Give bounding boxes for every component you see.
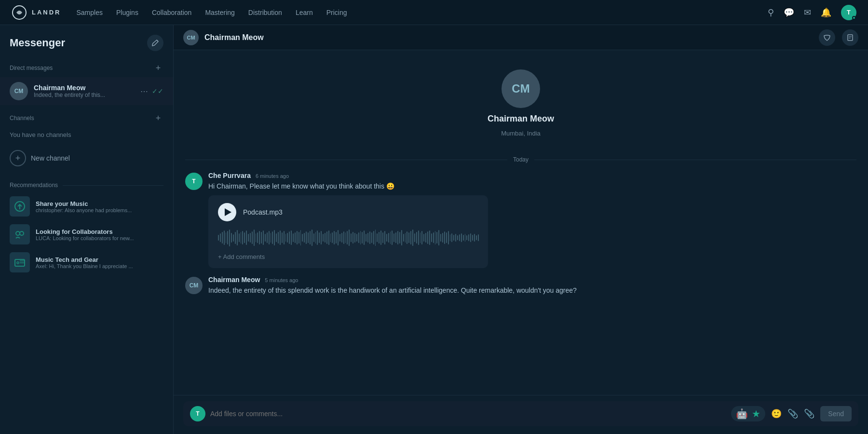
rec-section-header: Recommendations [0, 178, 173, 192]
rec-item-collaborators[interactable]: Looking for Collaborators LUCA: Looking … [0, 220, 173, 248]
rec-preview: christopher: Also anyone had problems... [36, 207, 132, 213]
user-avatar[interactable]: T [841, 5, 856, 20]
dm-label: Direct messages [10, 65, 53, 71]
play-button[interactable] [218, 203, 236, 221]
msg-avatar-che: T [185, 173, 203, 190]
dm-avatar: CM [10, 82, 28, 100]
profile-name: Chairman Meow [488, 114, 554, 124]
new-channel-button[interactable]: + New channel [10, 150, 163, 166]
nav-learn[interactable]: Learn [296, 9, 313, 16]
channels-section: Channels + You have no channels + New ch… [0, 105, 173, 174]
audio-filename: Podcast.mp3 [243, 208, 283, 216]
date-label: Today [513, 156, 529, 163]
nav-plugins[interactable]: Plugins [116, 9, 138, 16]
recommendations-section: Recommendations Share your Music christo… [0, 174, 173, 280]
dm-actions: ⋯ ✓✓ [140, 87, 163, 96]
svg-rect-6 [848, 35, 853, 41]
chat-header: CM Chairman Meow [174, 25, 868, 50]
chat-header-actions [819, 29, 858, 46]
rec-preview: Axel: Hi, Thank you Blaine I appreciate … [36, 263, 133, 269]
rec-thumb-share [10, 196, 30, 217]
msg-author: Che Purrvara [208, 172, 251, 179]
add-dm-button[interactable]: + [153, 63, 163, 73]
rec-item-music-tech[interactable]: Music Tech and Gear Axel: Hi, Thank you … [0, 248, 173, 276]
dm-preview: Indeed, the entirety of this... [34, 92, 135, 98]
add-comments-button[interactable]: + Add comments [218, 253, 478, 260]
rec-name: Share your Music [36, 200, 132, 207]
ai-tools-group: 🤖 ★ [731, 406, 765, 421]
msg-content: Che Purrvara 6 minutes ago Hi Chairman, … [208, 172, 856, 268]
svg-point-2 [16, 231, 20, 235]
nav-links: Samples Plugins Collaboration Mastering … [77, 9, 768, 16]
rec-item-share-music[interactable]: Share your Music christopher: Also anyon… [0, 192, 173, 220]
new-channel-label: New channel [31, 154, 70, 162]
svg-point-3 [20, 231, 24, 235]
audio-player: Podcast.mp3 + Add comments [208, 195, 488, 268]
chat-messages: CM Chairman Meow Mumbai, India Today T C… [174, 50, 868, 395]
profile-location: Mumbai, India [501, 130, 541, 137]
online-indicator [852, 16, 856, 20]
bell-icon[interactable]: 🔔 [821, 7, 831, 18]
dm-section-header: Direct messages + [0, 59, 173, 77]
msg-content: Chairman Meow 5 minutes ago Indeed, the … [208, 276, 856, 296]
nav-mastering[interactable]: Mastering [205, 9, 234, 16]
sidebar: Messenger Direct messages + CM Chairman … [0, 25, 174, 434]
channels-section-header: Channels + [0, 109, 173, 127]
sidebar-title: Messenger [10, 37, 65, 49]
msg-time: 5 minutes ago [265, 277, 298, 283]
rec-info-music: Music Tech and Gear Axel: Hi, Thank you … [36, 256, 133, 269]
search-icon[interactable]: ⚲ [768, 7, 774, 18]
message-row: CM Chairman Meow 5 minutes ago Indeed, t… [174, 272, 868, 299]
channels-label: Channels [10, 115, 34, 122]
emoji-icon[interactable]: 🙂 [771, 408, 782, 419]
chat-input-tools: 🤖 ★ 🙂 📎 📎 Send [731, 406, 852, 421]
rec-name: Music Tech and Gear [36, 256, 133, 263]
rec-divider [63, 185, 163, 186]
send-button[interactable]: Send [820, 406, 852, 421]
profile-avatar-large: CM [502, 69, 540, 108]
nav-pricing[interactable]: Pricing [326, 9, 347, 16]
mail-icon[interactable]: ✉ [804, 7, 811, 18]
logo-text: LANDR [32, 9, 61, 16]
play-icon [225, 208, 231, 216]
chat-toggle-button[interactable] [819, 29, 835, 46]
clip-icon[interactable]: 📎 [804, 408, 814, 419]
compose-button[interactable] [147, 35, 163, 51]
ai-icon-2[interactable]: ★ [752, 408, 760, 420]
rec-label: Recommendations [10, 182, 58, 189]
rec-info-collab: Looking for Collaborators LUCA: Looking … [36, 228, 134, 241]
dm-item-chairman-meow[interactable]: CM Chairman Meow Indeed, the entirety of… [0, 77, 173, 105]
chat-input-box: T 🤖 ★ 🙂 📎 📎 Send [183, 401, 858, 426]
rec-preview: LUCA: Looking for collaborators for new.… [36, 235, 134, 241]
rec-thumb-collab [10, 224, 30, 244]
waveform[interactable] [218, 228, 478, 247]
nav-distribution[interactable]: Distribution [248, 9, 282, 16]
dm-more-icon[interactable]: ⋯ [140, 87, 148, 96]
rec-info-share: Share your Music christopher: Also anyon… [36, 200, 132, 213]
top-navbar: LANDR Samples Plugins Collaboration Mast… [0, 0, 868, 25]
chat-icon[interactable]: 💬 [784, 7, 794, 18]
nav-collaboration[interactable]: Collaboration [152, 9, 192, 16]
chat-input-area: T 🤖 ★ 🙂 📎 📎 Send [174, 395, 868, 434]
msg-meta: Che Purrvara 6 minutes ago [208, 172, 856, 179]
nav-samples[interactable]: Samples [77, 9, 103, 16]
new-doc-button[interactable] [842, 29, 858, 46]
msg-text: Indeed, the entirety of this splendid wo… [208, 285, 856, 296]
chat-header-name: Chairman Meow [204, 33, 813, 42]
audio-top: Podcast.mp3 [218, 203, 478, 221]
msg-text: Hi Chairman, Please let me know what you… [208, 181, 856, 191]
logo[interactable]: LANDR [12, 5, 61, 20]
rec-name: Looking for Collaborators [36, 228, 134, 235]
date-divider: Today [174, 151, 868, 168]
chat-input-field[interactable] [210, 410, 726, 418]
new-channel-icon: + [10, 150, 26, 166]
add-channel-button[interactable]: + [153, 113, 163, 123]
msg-avatar-cm: CM [185, 277, 203, 294]
attachment-icon[interactable]: 📎 [787, 408, 798, 419]
chat-input-avatar: T [190, 406, 205, 421]
no-channels-msg: You have no channels [0, 127, 173, 146]
sidebar-header: Messenger [0, 25, 173, 59]
nav-actions: ⚲ 💬 ✉ 🔔 T [768, 5, 856, 20]
ai-icon-1[interactable]: 🤖 [736, 408, 748, 420]
msg-author: Chairman Meow [208, 276, 260, 284]
